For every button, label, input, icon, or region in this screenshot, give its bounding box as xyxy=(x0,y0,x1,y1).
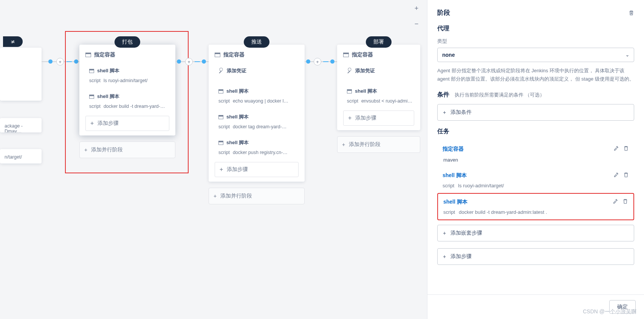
delete-stage-button[interactable] xyxy=(629,10,634,16)
shell-icon xyxy=(218,141,223,145)
step-item[interactable]: shell 脚本 scriptdocker build -t dream-yar… xyxy=(84,90,171,112)
zoom-controls: + − xyxy=(413,5,420,28)
task-item[interactable]: shell 脚本 scriptls ruoyi-admin/target/ xyxy=(437,167,634,193)
stage-pill[interactable]: 打包 xyxy=(115,36,140,48)
partial-text: ackage -Dmav… xyxy=(0,118,42,132)
step-item[interactable]: shell 脚本 scriptdocker push registry.cn-… xyxy=(213,136,300,158)
key-icon xyxy=(346,67,353,75)
chevron-down-icon: ⌄ xyxy=(625,52,629,58)
stage-card[interactable]: 指定容器 shell 脚本 scriptls ruoyi-admin/targe… xyxy=(79,45,175,135)
add-stage-button[interactable]: + xyxy=(314,58,321,65)
agent-heading: 代理 xyxy=(437,25,634,33)
step-item[interactable]: 添加凭证 xyxy=(342,64,416,81)
zoom-out-button[interactable]: − xyxy=(413,20,420,28)
shell-icon xyxy=(218,89,223,93)
shell-icon xyxy=(89,69,94,73)
partial-stage-card xyxy=(0,48,42,101)
add-step-button[interactable]: +添加步骤 xyxy=(85,116,169,131)
step-item[interactable]: shell 脚本 scriptdocker tag dream-yard-… xyxy=(213,110,300,132)
stage-pill[interactable]: 部署 xyxy=(366,36,392,48)
step-item[interactable]: 添加凭证 xyxy=(213,64,300,81)
container-label: 指定容器 xyxy=(215,51,299,58)
add-step-button[interactable]: +添加步骤 xyxy=(437,248,634,265)
add-parallel-button[interactable]: +添加并行阶段 xyxy=(209,188,305,204)
container-label: 指定容器 xyxy=(343,51,414,58)
stage-打包[interactable]: 打包 指定容器 shell 脚本 scriptls ruoyi-admin/ta… xyxy=(79,45,175,158)
step-item[interactable]: shell 脚本 scriptenvsubst < ruoyi-admin/… xyxy=(342,85,416,107)
agent-help-text: Agent 部分指定整个流水线或特定阶段将在 Jenkins 环境中执行的位置，… xyxy=(437,67,634,83)
key-icon xyxy=(217,67,225,75)
shell-icon xyxy=(89,95,94,99)
container-icon xyxy=(343,53,349,57)
zoom-in-button[interactable]: + xyxy=(413,5,420,12)
step-item[interactable]: shell 脚本 scriptecho wuayong | docker l… xyxy=(213,85,300,107)
delete-task-button[interactable] xyxy=(623,145,629,152)
edit-task-button[interactable] xyxy=(613,172,619,179)
stage-config-panel: 阶段 代理 类型 none ⌄ Agent 部分指定整个流水线或特定阶段将在 J… xyxy=(427,0,644,319)
stage-pill-partial[interactable]: ≭ xyxy=(3,36,23,47)
partial-text: n/target/ xyxy=(0,149,42,163)
add-nested-step-button[interactable]: +添加嵌套步骤 xyxy=(437,225,634,241)
tasks-heading: 任务 xyxy=(437,128,634,135)
panel-title: 阶段 xyxy=(437,8,450,17)
conditions-desc: 执行当前阶段所需要满足的条件 （可选） xyxy=(455,92,545,98)
pipeline-canvas[interactable]: + − ≭ ackage -Dmav… n/target/ + 打包 指定容器 … xyxy=(0,0,427,319)
stage-card[interactable]: 指定容器 添加凭证 shell 脚本 scriptenvsubst < ruoy… xyxy=(337,45,420,130)
panel-footer: 确定 xyxy=(427,294,644,319)
task-script: scriptdocker build -t dream-yard-admin:l… xyxy=(443,209,628,215)
add-parallel-button[interactable]: +添加并行阶段 xyxy=(337,136,420,153)
add-step-button[interactable]: +添加步骤 xyxy=(343,110,414,126)
task-item[interactable]: 指定容器 maven xyxy=(437,141,634,167)
shell-icon xyxy=(218,115,223,119)
agent-type-select[interactable]: none ⌄ xyxy=(437,48,634,62)
watermark: CSDN @一个小浪吴啊 xyxy=(583,308,636,315)
task-script: scriptls ruoyi-admin/target/ xyxy=(443,183,629,188)
add-parallel-button[interactable]: +添加并行阶段 xyxy=(79,142,175,158)
delete-task-button[interactable] xyxy=(622,198,628,205)
stage-card[interactable]: 指定容器 添加凭证 shell 脚本 scriptecho wuayong | … xyxy=(209,45,305,182)
container-icon xyxy=(85,53,91,57)
add-step-button[interactable]: +添加步骤 xyxy=(215,162,299,177)
conditions-heading: 条件 xyxy=(437,91,449,99)
add-stage-button[interactable]: + xyxy=(56,58,64,65)
edit-task-button[interactable] xyxy=(613,146,619,152)
add-condition-button[interactable]: +添加条件 xyxy=(437,104,634,121)
task-item-selected[interactable]: shell 脚本 scriptdocker build -t dream-yar… xyxy=(437,193,634,220)
stage-pill[interactable]: 推送 xyxy=(244,36,269,48)
add-stage-button[interactable]: + xyxy=(185,58,193,65)
shell-icon xyxy=(347,89,352,93)
delete-task-button[interactable] xyxy=(623,172,629,179)
stage-部署[interactable]: 部署 指定容器 添加凭证 shell 脚本 scriptenvsubst < r… xyxy=(337,45,420,153)
step-item[interactable]: shell 脚本 scriptls ruoyi-admin/target/ xyxy=(84,64,171,86)
task-subtitle: maven xyxy=(443,157,629,163)
type-label: 类型 xyxy=(437,38,634,45)
container-icon xyxy=(215,53,220,57)
container-label: 指定容器 xyxy=(85,51,169,58)
edit-task-button[interactable] xyxy=(613,199,618,205)
stage-推送[interactable]: 推送 指定容器 添加凭证 shell 脚本 scriptecho wuayong… xyxy=(209,45,305,204)
